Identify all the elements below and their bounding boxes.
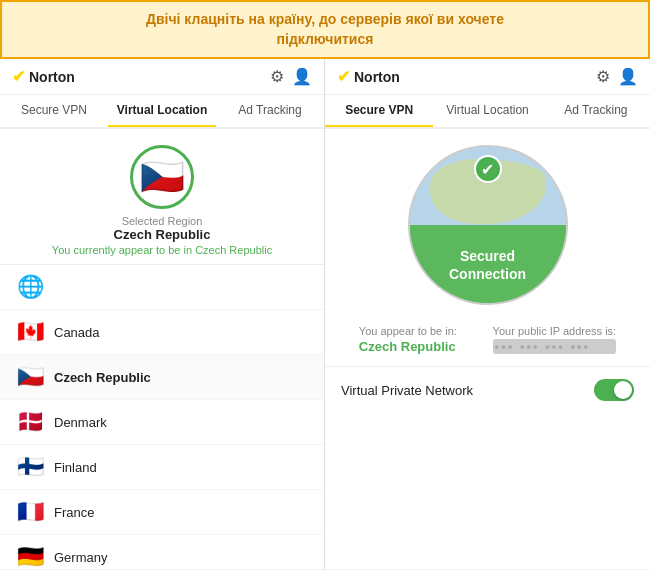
map-circle: ✔ Secured Connection (408, 145, 568, 305)
right-logo-check: ✔ (337, 67, 350, 86)
country-name-germany: Germany (54, 550, 107, 565)
left-tab-secure-vpn[interactable]: Secure VPN (0, 95, 108, 127)
left-profile-icon[interactable]: 👤 (292, 67, 312, 86)
right-logo-text: Norton (354, 69, 400, 85)
vpn-appear-label: You appear to be in: (359, 325, 457, 337)
country-flag-canada: 🇨🇦 (16, 319, 44, 345)
notification-bar: Двічі клацніть на країну, до серверів як… (0, 0, 650, 59)
notification-text-line1: Двічі клацніть на країну, до серверів як… (146, 11, 504, 27)
selected-region-flag: 🇨🇿 (130, 145, 194, 209)
country-list: 🌐 🇨🇦 Canada 🇨🇿 Czech Republic 🇩🇰 Denmark… (0, 265, 324, 569)
left-logo: ✔ Norton (12, 67, 75, 86)
country-flag-germany: 🇩🇪 (16, 544, 44, 569)
selected-region-area: 🇨🇿 Selected Region Czech Republic You cu… (0, 129, 324, 265)
vpn-appear-value: Czech Republic (359, 339, 457, 354)
right-tabs: Secure VPN Virtual Location Ad Tracking (325, 95, 650, 129)
vpn-appear-item: You appear to be in: Czech Republic (359, 325, 457, 354)
vpn-toggle-label: Virtual Private Network (341, 383, 473, 398)
list-item-czech[interactable]: 🇨🇿 Czech Republic (0, 355, 324, 400)
left-tab-virtual-location[interactable]: Virtual Location (108, 95, 216, 127)
right-header: ✔ Norton ⚙ 👤 (325, 59, 650, 95)
list-item-france[interactable]: 🇫🇷 France (0, 490, 324, 535)
vpn-ip-item: Your public IP address is: ••• ••• ••• •… (493, 325, 617, 354)
toggle-knob (614, 381, 632, 399)
right-panel: ✔ Norton ⚙ 👤 Secure VPN Virtual Location… (325, 59, 650, 569)
list-item-germany[interactable]: 🇩🇪 Germany (0, 535, 324, 569)
map-top: ✔ (410, 147, 566, 225)
left-header: ✔ Norton ⚙ 👤 (0, 59, 324, 95)
vpn-ip-label: Your public IP address is: (493, 325, 617, 337)
vpn-toggle-row: Virtual Private Network (325, 367, 650, 413)
list-item-denmark[interactable]: 🇩🇰 Denmark (0, 400, 324, 445)
left-tab-ad-tracking[interactable]: Ad Tracking (216, 95, 324, 127)
map-pin: ✔ (474, 155, 502, 183)
vpn-ip-value: ••• ••• ••• ••• (493, 339, 617, 354)
country-flag-france: 🇫🇷 (16, 499, 44, 525)
right-tab-secure-vpn[interactable]: Secure VPN (325, 95, 433, 127)
right-tab-ad-tracking[interactable]: Ad Tracking (542, 95, 650, 127)
selected-region-label: Selected Region (122, 215, 203, 227)
country-flag-finland: 🇫🇮 (16, 454, 44, 480)
left-tabs: Secure VPN Virtual Location Ad Tracking (0, 95, 324, 129)
right-profile-icon[interactable]: 👤 (618, 67, 638, 86)
map-area: ✔ Secured Connection (325, 129, 650, 313)
left-logo-check: ✔ (12, 67, 25, 86)
country-name-canada: Canada (54, 325, 100, 340)
left-gear-icon[interactable]: ⚙ (270, 67, 284, 86)
vpn-toggle-switch[interactable] (594, 379, 634, 401)
country-flag-czech: 🇨🇿 (16, 364, 44, 390)
left-panel: ✔ Norton ⚙ 👤 Secure VPN Virtual Location… (0, 59, 325, 569)
right-tab-virtual-location[interactable]: Virtual Location (433, 95, 541, 127)
list-item-finland[interactable]: 🇫🇮 Finland (0, 445, 324, 490)
right-logo: ✔ Norton (337, 67, 400, 86)
list-item-canada[interactable]: 🇨🇦 Canada (0, 310, 324, 355)
country-name-denmark: Denmark (54, 415, 107, 430)
map-bottom: Secured Connection (410, 225, 566, 303)
country-name-france: France (54, 505, 94, 520)
left-header-icons: ⚙ 👤 (270, 67, 312, 86)
country-flag-partial: 🌐 (16, 274, 44, 300)
notification-text-line2: підключитися (277, 31, 374, 47)
right-header-icons: ⚙ 👤 (596, 67, 638, 86)
selected-region-status: You currently appear to be in Czech Repu… (52, 244, 272, 256)
map-pin-check: ✔ (481, 160, 494, 179)
country-name-czech: Czech Republic (54, 370, 151, 385)
country-flag-denmark: 🇩🇰 (16, 409, 44, 435)
secured-connection-text: Secured Connection (449, 247, 526, 283)
list-item-partial[interactable]: 🌐 (0, 265, 324, 310)
right-gear-icon[interactable]: ⚙ (596, 67, 610, 86)
country-name-finland: Finland (54, 460, 97, 475)
vpn-info-area: You appear to be in: Czech Republic Your… (325, 313, 650, 367)
left-logo-text: Norton (29, 69, 75, 85)
selected-region-name: Czech Republic (114, 227, 211, 242)
